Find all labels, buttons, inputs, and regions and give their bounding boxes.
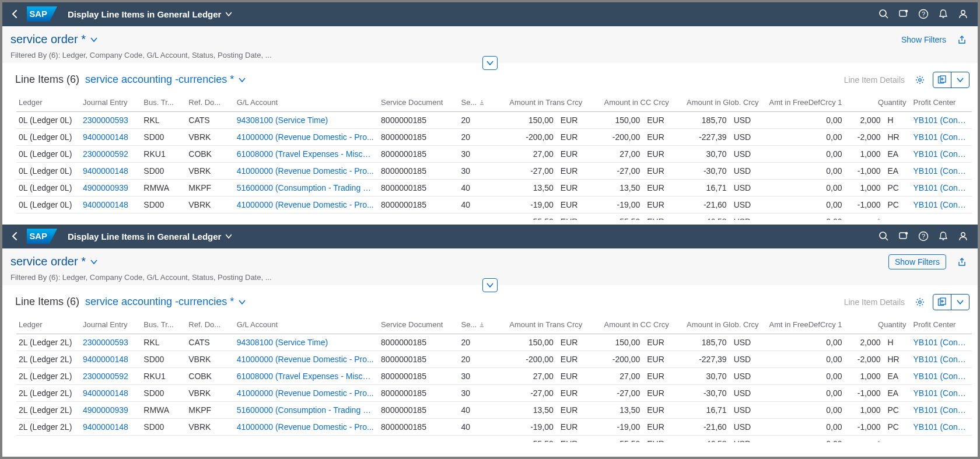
col-amt-cc[interactable]: Amount in CC Crcy [587,93,673,112]
user-button[interactable] [953,226,973,246]
col-profit[interactable]: Profit Center [911,316,972,334]
cell-profit-center-link[interactable]: YB101 (Consult [911,367,972,384]
cell-journal-link[interactable]: 9400000148 [80,128,141,145]
col-svcdoc[interactable]: Service Document [379,93,459,112]
help-button[interactable]: ? [914,226,933,246]
cell-journal-link[interactable]: 9400000148 [80,384,141,401]
col-bustr[interactable]: Bus. Tr... [141,316,186,334]
cell-journal-link[interactable]: 2300000592 [80,145,141,162]
app-title-dropdown[interactable]: Display Line Items in General Ledger [68,232,232,241]
cell-journal-link[interactable]: 2300000593 [80,111,141,128]
cell-glaccount-link[interactable]: 94308100 (Service Time) [235,334,379,351]
col-qty[interactable]: Quantity [847,316,911,334]
table-row[interactable]: 0L (Ledger 0L) 9400000148 SD00 VBRK 4100… [16,196,972,213]
col-svcitem[interactable]: Se... [459,316,494,334]
cell-glaccount-link[interactable]: 94308100 (Service Time) [235,111,379,128]
col-amt-trans[interactable]: Amount in Trans Crcy [494,93,587,112]
cell-glaccount-link[interactable]: 41000000 (Revenue Domestic - Pro... [235,384,379,401]
sap-logo[interactable]: SAP [27,6,57,22]
notifications-button[interactable] [894,226,914,246]
cell-profit-center-link[interactable]: YB101 (Consult [911,418,972,435]
col-ledger[interactable]: Ledger [16,93,80,112]
col-amt-glob[interactable]: Amount in Glob. Crcy [674,93,764,112]
show-filters-button[interactable]: Show Filters [901,35,946,44]
table-row[interactable]: 0L (Ledger 0L) 2300000592 RKU1 COBK 6100… [16,145,972,162]
table-row[interactable]: 0L (Ledger 0L) 2300000593 RKL CATS 94308… [16,111,972,128]
cell-profit-center-link[interactable]: YB101 (Consult [911,128,972,145]
export-split-button[interactable] [933,294,970,310]
search-button[interactable] [874,4,894,24]
variant-selector[interactable]: service order * [10,255,97,268]
col-gl[interactable]: G/L Account [235,93,379,112]
back-button[interactable] [7,228,23,244]
cell-glaccount-link[interactable]: 41000000 (Revenue Domestic - Pro... [235,196,379,213]
table-variant-selector[interactable]: service accounting -currencies * [85,296,246,308]
col-gl[interactable]: G/L Account [235,316,379,334]
settings-button[interactable] [911,293,929,311]
notifications-button[interactable] [894,4,914,24]
col-amt-cc[interactable]: Amount in CC Crcy [587,316,673,334]
collapse-filter-button[interactable] [482,56,498,70]
export-button[interactable] [933,295,951,310]
col-amt-glob[interactable]: Amount in Glob. Crcy [674,316,764,334]
col-ledger[interactable]: Ledger [16,316,80,334]
cell-glaccount-link[interactable]: 41000000 (Revenue Domestic - Pro... [235,162,379,179]
col-amt-free[interactable]: Amt in FreeDefCrcy 1 [764,93,847,112]
show-filters-button[interactable]: Show Filters [888,254,946,269]
cell-journal-link[interactable]: 2300000592 [80,367,141,384]
cell-glaccount-link[interactable]: 61008000 (Travel Expenses - Miscell... [235,367,379,384]
col-journal[interactable]: Journal Entry [80,93,141,112]
back-button[interactable] [7,6,23,22]
cell-journal-link[interactable]: 2300000593 [80,334,141,351]
export-split-button[interactable] [933,72,970,88]
cell-journal-link[interactable]: 9400000148 [80,196,141,213]
cell-glaccount-link[interactable]: 61008000 (Travel Expenses - Miscell... [235,145,379,162]
cell-journal-link[interactable]: 9400000148 [80,418,141,435]
help-button[interactable]: ? [914,4,933,24]
variant-selector[interactable]: service order * [10,33,97,46]
search-button[interactable] [874,226,894,246]
cell-glaccount-link[interactable]: 51600000 (Consumption - Trading G... [235,401,379,418]
table-row[interactable]: 0L (Ledger 0L) 9400000148 SD00 VBRK 4100… [16,162,972,179]
cell-profit-center-link[interactable]: YB101 (Consult [911,145,972,162]
table-row[interactable]: 0L (Ledger 0L) 4900000939 RMWA MKPF 5160… [16,179,972,196]
table-row[interactable]: 2L (Ledger 2L) 9400000148 SD00 VBRK 4100… [16,384,972,401]
app-title-dropdown[interactable]: Display Line Items in General Ledger [68,9,232,19]
cell-profit-center-link[interactable]: YB101 (Consult [911,111,972,128]
table-variant-selector[interactable]: service accounting -currencies * [85,73,246,86]
col-svcdoc[interactable]: Service Document [379,316,459,334]
settings-button[interactable] [911,71,929,89]
share-button[interactable] [954,32,970,47]
share-button[interactable] [954,254,970,269]
collapse-filter-button[interactable] [482,278,498,292]
export-menu-button[interactable] [951,295,969,310]
cell-glaccount-link[interactable]: 41000000 (Revenue Domestic - Pro... [235,351,379,367]
table-row[interactable]: 2L (Ledger 2L) 4900000939 RMWA MKPF 5160… [16,401,972,418]
cell-glaccount-link[interactable]: 41000000 (Revenue Domestic - Pro... [235,128,379,145]
cell-journal-link[interactable]: 9400000148 [80,351,141,367]
cell-journal-link[interactable]: 9400000148 [80,162,141,179]
export-button[interactable] [933,72,951,87]
cell-profit-center-link[interactable]: YB101 (Consult [911,179,972,196]
user-button[interactable] [953,4,973,24]
col-svcitem[interactable]: Se... [459,93,494,112]
cell-profit-center-link[interactable]: YB101 (Consult [911,334,972,351]
table-row[interactable]: 2L (Ledger 2L) 2300000593 RKL CATS 94308… [16,334,972,351]
export-menu-button[interactable] [951,72,969,87]
col-refdoc[interactable]: Ref. Do... [186,93,234,112]
table-row[interactable]: 2L (Ledger 2L) 9400000148 SD00 VBRK 4100… [16,418,972,435]
cell-journal-link[interactable]: 4900000939 [80,401,141,418]
table-row[interactable]: 2L (Ledger 2L) 9400000148 SD00 VBRK 4100… [16,351,972,367]
cell-glaccount-link[interactable]: 41000000 (Revenue Domestic - Pro... [235,418,379,435]
cell-profit-center-link[interactable]: YB101 (Consult [911,401,972,418]
col-journal[interactable]: Journal Entry [80,316,141,334]
cell-profit-center-link[interactable]: YB101 (Consult [911,384,972,401]
sap-logo[interactable]: SAP [27,229,57,244]
cell-journal-link[interactable]: 4900000939 [80,179,141,196]
cell-profit-center-link[interactable]: YB101 (Consult [911,196,972,213]
col-refdoc[interactable]: Ref. Do... [186,316,234,334]
cell-glaccount-link[interactable]: 51600000 (Consumption - Trading G... [235,179,379,196]
cell-profit-center-link[interactable]: YB101 (Consult [911,162,972,179]
col-amt-free[interactable]: Amt in FreeDefCrcy 1 [764,316,847,334]
table-row[interactable]: 2L (Ledger 2L) 2300000592 RKU1 COBK 6100… [16,367,972,384]
